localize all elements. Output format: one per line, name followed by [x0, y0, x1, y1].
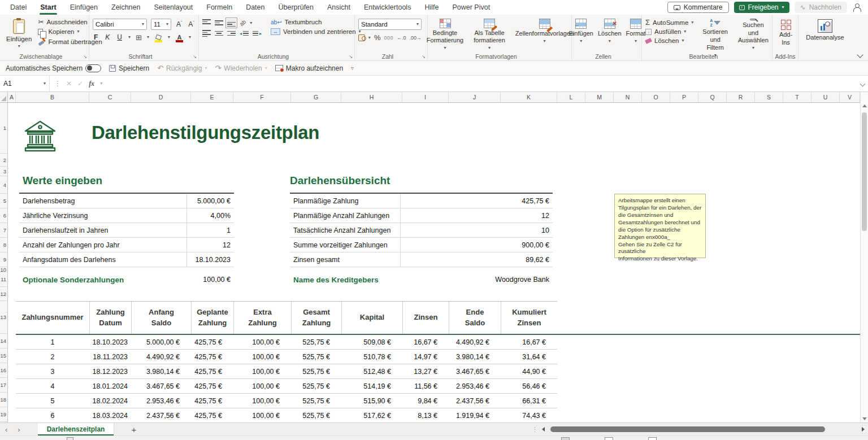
table-cell[interactable]: 16,67 € — [501, 338, 557, 346]
cell-value[interactable]: 12 — [223, 241, 234, 249]
table-cell[interactable]: 425,75 € — [191, 353, 233, 361]
orientation-icon[interactable]: ab — [238, 19, 248, 28]
column-header-K[interactable]: K — [501, 92, 557, 102]
scroll-left-icon[interactable] — [542, 427, 545, 432]
table-cell[interactable]: 3.467,65 € — [131, 382, 191, 390]
table-cell[interactable]: 2.953,46 € — [131, 397, 191, 405]
column-header-F[interactable]: F — [233, 92, 291, 102]
column-header-S[interactable]: S — [755, 92, 783, 102]
column-header-N[interactable]: N — [614, 92, 642, 102]
column-header-G[interactable]: G — [291, 92, 341, 102]
cell-value[interactable]: 4,00% — [211, 212, 234, 220]
enter-icon[interactable]: ✓ — [77, 80, 83, 88]
table-cell[interactable]: 525,75 € — [291, 412, 341, 420]
table-cell[interactable]: 425,75 € — [191, 368, 233, 376]
align-bottom-icon[interactable] — [227, 19, 236, 27]
cell-value[interactable]: 1 — [227, 226, 234, 234]
share-button[interactable]: ↑ Freigeben ▾ — [734, 2, 789, 13]
align-top-icon[interactable] — [202, 19, 211, 27]
table-cell[interactable]: 16,67 € — [402, 338, 449, 346]
quickbar-overflow-icon[interactable]: ▿ — [351, 66, 354, 71]
menu-tab-start[interactable]: Start — [33, 0, 63, 15]
table-cell[interactable]: 3.980,14 € — [131, 368, 191, 376]
addins-button[interactable]: Add- Ins — [779, 18, 792, 51]
table-cell[interactable]: 11,56 € — [402, 382, 449, 390]
clear-button[interactable]: Löschen▾ — [645, 37, 693, 44]
percent-format-icon[interactable]: % — [374, 33, 381, 42]
align-left-icon[interactable] — [202, 30, 211, 37]
table-cell[interactable]: 100,00 € — [233, 338, 291, 346]
undo-button[interactable]: ↶ Rückgängig▾ — [157, 64, 207, 72]
table-cell[interactable]: 4.490,92 € — [131, 353, 191, 361]
worksheet[interactable]: Darlehenstilgungszeitplan Werte eingeben… — [8, 103, 860, 422]
borders-icon[interactable]: ⊞ — [136, 34, 142, 41]
table-cell[interactable]: 5 — [16, 397, 89, 405]
table-cell[interactable]: 5.000,00 € — [131, 338, 191, 346]
row-header-13[interactable]: 13 — [0, 301, 7, 334]
row-header-10[interactable]: 10 — [0, 267, 7, 272]
cell-value[interactable]: 89,62 € — [526, 256, 553, 264]
table-cell[interactable]: 66,31 € — [501, 397, 557, 405]
row-header-15[interactable]: 15 — [0, 348, 7, 363]
underline-button[interactable]: U — [116, 33, 123, 41]
table-cell[interactable]: 525,75 € — [291, 397, 341, 405]
align-center-icon[interactable] — [215, 31, 223, 36]
column-header-H[interactable]: H — [341, 92, 402, 102]
menu-tab-formeln[interactable]: Formeln — [199, 0, 239, 15]
table-cell[interactable]: 515,90 € — [341, 397, 402, 405]
table-cell[interactable]: 2 — [16, 353, 89, 361]
column-header-P[interactable]: P — [670, 92, 698, 102]
cell-value[interactable]: 5.000,00 € — [197, 197, 234, 205]
merge-center-button[interactable]: ↔Verbinden und zentrieren▾ — [271, 28, 361, 35]
table-cell[interactable]: 9,84 € — [402, 397, 449, 405]
table-cell[interactable]: 525,75 € — [291, 382, 341, 390]
row-header-11[interactable]: 11 — [0, 272, 7, 287]
namebox-resizer[interactable]: ⋮ — [54, 80, 60, 88]
menu-tab-power-pivot[interactable]: Power Pivot — [445, 0, 497, 15]
table-cell[interactable]: 44,90 € — [501, 368, 557, 376]
sort-filter-button[interactable]: AZ Sortieren und Filtern▾ — [699, 18, 731, 51]
column-header-I[interactable]: I — [402, 92, 449, 102]
decrease-decimal-icon[interactable]: .00→ — [409, 35, 422, 41]
column-header-O[interactable]: O — [642, 92, 670, 102]
table-cell[interactable]: 100,00 € — [233, 412, 291, 420]
table-cell[interactable]: 509,08 € — [341, 338, 402, 346]
table-cell[interactable]: 100,00 € — [233, 382, 291, 390]
column-header-Q[interactable]: Q — [698, 92, 727, 102]
column-header-E[interactable]: E — [191, 92, 233, 102]
extra-payment-value[interactable]: 100,00 € — [203, 276, 234, 284]
cell-value[interactable]: 18.10.2023 — [195, 256, 234, 264]
fill-button[interactable]: ↓Ausfüllen▾ — [645, 28, 693, 35]
table-cell[interactable]: 525,75 € — [291, 368, 341, 376]
row-header-1[interactable]: 1 — [0, 103, 7, 154]
dialog-launcher-icon[interactable]: ↘ — [193, 54, 197, 59]
increase-indent-icon[interactable]: ▸ — [253, 31, 262, 36]
cell-value[interactable]: 900,00 € — [522, 241, 553, 249]
page-layout-view-icon[interactable] — [605, 437, 613, 440]
table-cell[interactable]: 18.10.2023 — [89, 338, 131, 346]
redo-button[interactable]: ↷ Wiederholen▾ — [215, 64, 267, 72]
row-header-7[interactable]: 7 — [0, 223, 7, 238]
conditional-formatting-button[interactable]: Bedingte Formatierung▾ — [423, 18, 467, 51]
table-cell[interactable]: 2.437,56 € — [449, 397, 501, 405]
table-cell[interactable]: 56,46 € — [501, 382, 557, 390]
table-cell[interactable]: 4 — [16, 382, 89, 390]
column-header-T[interactable]: T — [783, 92, 811, 102]
person-icon[interactable] — [852, 3, 861, 11]
insert-function-icon[interactable]: fx — [89, 80, 94, 88]
record-macro-button[interactable]: Makro aufzeichnen — [275, 64, 343, 72]
menu-tab-ansicht[interactable]: Ansicht — [320, 0, 357, 15]
sheet-tab-darlehenszeitplan[interactable]: Darlehenszeitplan — [38, 423, 115, 435]
horizontal-scroll-track[interactable] — [549, 426, 857, 432]
menu-tab-hilfe[interactable]: Hilfe — [418, 0, 445, 15]
table-cell[interactable]: 100,00 € — [233, 397, 291, 405]
horizontal-scroll-thumb[interactable] — [550, 426, 825, 432]
table-cell[interactable]: 517,62 € — [341, 412, 402, 420]
row-header-16[interactable]: 16 — [0, 363, 7, 378]
menu-tab-datei[interactable]: Datei — [3, 0, 33, 15]
table-cell[interactable]: 525,75 € — [291, 338, 341, 346]
table-cell[interactable]: 13,27 € — [402, 368, 449, 376]
column-header-R[interactable]: R — [727, 92, 755, 102]
table-cell[interactable]: 31,64 € — [501, 353, 557, 361]
column-header-A[interactable]: A — [8, 92, 16, 102]
